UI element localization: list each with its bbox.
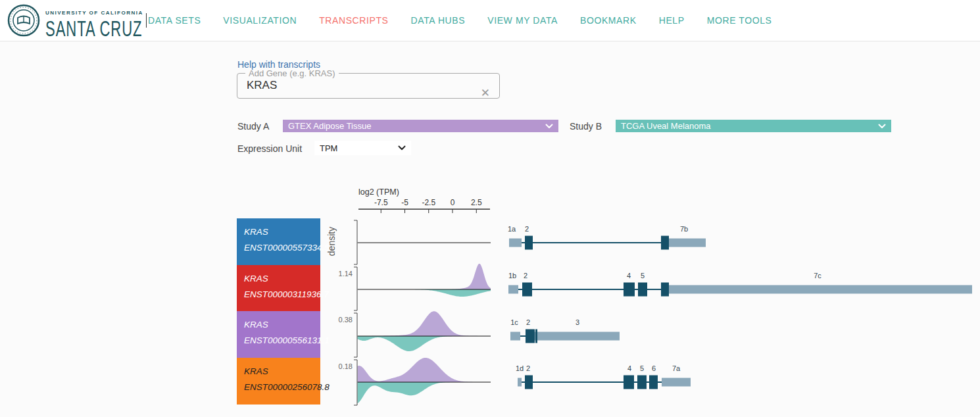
density-axis-bracket <box>354 220 357 264</box>
density-curve-study-a <box>358 264 491 289</box>
nav-item-visualization[interactable]: VISUALIZATION <box>223 15 297 26</box>
text-cursor <box>146 13 147 28</box>
exon-label: 1b <box>508 272 516 280</box>
density-curve-study-b <box>358 382 491 403</box>
exon-segment-utr[interactable] <box>669 285 972 294</box>
gene-name: KRAS <box>244 227 320 237</box>
chevron-down-icon <box>545 124 553 129</box>
nav-item-bookmark[interactable]: BOOKMARK <box>580 15 637 26</box>
exon-segment-utr[interactable] <box>518 378 522 387</box>
exon-segment-line[interactable] <box>533 381 624 383</box>
transcript-card[interactable]: KRASENST00000557334.5 <box>237 218 320 265</box>
xena-transcripts-page: UNIVERSITY OF CALIFORNIA SANTA CRUZ DATA… <box>0 0 980 417</box>
nav-item-transcripts[interactable]: TRANSCRIPTS <box>319 15 388 26</box>
density-curve-study-b <box>358 336 491 351</box>
exon-segment-cds[interactable] <box>535 330 537 343</box>
max-density-value: 1.14 <box>339 270 353 278</box>
nav-item-view-my-data[interactable]: VIEW MY DATA <box>487 15 558 26</box>
exon-segment-line[interactable] <box>532 289 624 290</box>
exon-segment-line[interactable] <box>647 289 661 290</box>
nav-item-data-sets[interactable]: DATA SETS <box>148 15 201 26</box>
exon-label: 1d <box>516 364 524 372</box>
exon-segment-line[interactable] <box>518 289 522 290</box>
density-curve-study-a <box>358 358 491 382</box>
logo-university-text: UNIVERSITY OF CALIFORNIA <box>45 10 151 16</box>
gene-name: KRAS <box>244 274 320 283</box>
density-axis-bracket <box>354 313 357 357</box>
exon-segment-cds[interactable] <box>638 283 647 297</box>
density-axis-bracket <box>354 360 357 405</box>
exon-segment-utr[interactable] <box>669 239 706 247</box>
x-axis-tick-label: 0 <box>451 198 455 207</box>
exon-segment-line[interactable] <box>658 381 662 383</box>
x-axis-title: log2 (TPM) <box>358 187 399 197</box>
exon-segment-line[interactable] <box>635 289 638 290</box>
chevron-down-icon <box>398 145 406 151</box>
study-b-select[interactable]: TCGA Uveal Melanoma <box>616 120 891 132</box>
exon-label: 5 <box>641 272 645 280</box>
gene-input-fieldset: Add Gene (e.g. KRAS) ✕ <box>237 68 500 99</box>
exon-label: 7b <box>680 225 688 233</box>
transcript-card[interactable]: KRASENST00000256078.8 <box>237 358 320 405</box>
density-curve-study-b <box>358 289 491 297</box>
x-axis-tick-label: -5 <box>401 198 408 207</box>
expression-unit-select[interactable]: TPM <box>314 141 411 155</box>
density-axis-bracket <box>354 267 357 310</box>
chevron-down-icon <box>878 124 886 129</box>
exon-segment-cds[interactable] <box>661 283 669 297</box>
logo-santacruz-text: SANTA CRUZ <box>45 16 142 41</box>
exon-label: 2 <box>526 318 530 326</box>
nav-item-data-hubs[interactable]: DATA HUBS <box>411 15 466 26</box>
exon-label: 1c <box>510 318 518 326</box>
main-nav: DATA SETSVISUALIZATIONTRANSCRIPTSDATA HU… <box>148 0 772 41</box>
density-curve-study-a <box>358 311 491 336</box>
exon-segment-line[interactable] <box>647 381 649 383</box>
exon-segment-line[interactable] <box>533 242 661 243</box>
expression-unit-value: TPM <box>320 143 337 153</box>
exon-segment-line[interactable] <box>520 335 526 337</box>
exon-segment-line[interactable] <box>634 381 637 383</box>
exon-label: 2 <box>524 272 527 280</box>
exon-segment-cds[interactable] <box>649 376 658 389</box>
exon-label: 7c <box>814 272 821 280</box>
exon-segment-utr[interactable] <box>509 239 522 247</box>
exon-segment-utr[interactable] <box>510 332 520 341</box>
transcript-id: ENST00000557334.5 <box>244 243 320 253</box>
exon-segment-cds[interactable] <box>661 236 669 250</box>
x-axis-tick-label: 2.5 <box>471 198 482 207</box>
exon-segment-cds[interactable] <box>624 376 634 389</box>
exon-segment-cds[interactable] <box>637 376 647 389</box>
max-density-value: 0.18 <box>339 362 353 370</box>
study-b-value: TCGA Uveal Melanoma <box>621 121 711 131</box>
exon-segment-cds[interactable] <box>624 283 635 297</box>
exon-segment-cds[interactable] <box>522 283 532 297</box>
gene-name: KRAS <box>244 366 320 376</box>
exon-label: 2 <box>526 364 530 372</box>
exon-segment-utr[interactable] <box>535 332 620 341</box>
nav-item-more-tools[interactable]: MORE TOOLS <box>707 15 772 26</box>
x-axis-tick-label: -2.5 <box>422 198 435 207</box>
transcript-card[interactable]: KRASENST00000311936.7 <box>237 265 320 312</box>
gene-input-label: Add Gene (e.g. KRAS) <box>245 68 339 78</box>
exon-segment-line[interactable] <box>522 381 525 383</box>
transcript-card[interactable]: KRASENST00000556131.1 <box>237 311 320 358</box>
exon-segment-cds[interactable] <box>525 376 533 389</box>
exon-segment-cds[interactable] <box>525 236 533 250</box>
exon-label: 6 <box>652 364 656 372</box>
clear-gene-icon[interactable]: ✕ <box>481 87 490 99</box>
study-b-label: Study B <box>570 121 602 132</box>
ucsc-logo[interactable]: UNIVERSITY OF CALIFORNIA SANTA CRUZ <box>7 3 151 37</box>
exon-label: 3 <box>576 318 579 326</box>
exon-label: 2 <box>525 225 529 233</box>
exon-segment-utr[interactable] <box>662 378 691 387</box>
exon-segment-cds[interactable] <box>526 330 535 343</box>
x-axis-tick-label: -7.5 <box>374 198 388 207</box>
transcript-id: ENST00000256078.8 <box>244 382 320 392</box>
exon-segment-utr[interactable] <box>508 285 518 294</box>
logo-text: UNIVERSITY OF CALIFORNIA SANTA CRUZ <box>45 6 151 35</box>
gene-input[interactable] <box>243 78 464 92</box>
exon-label: 7a <box>672 364 681 372</box>
exon-segment-line[interactable] <box>522 242 525 243</box>
nav-item-help[interactable]: HELP <box>659 15 685 26</box>
study-a-select[interactable]: GTEX Adipose Tissue <box>283 120 558 132</box>
